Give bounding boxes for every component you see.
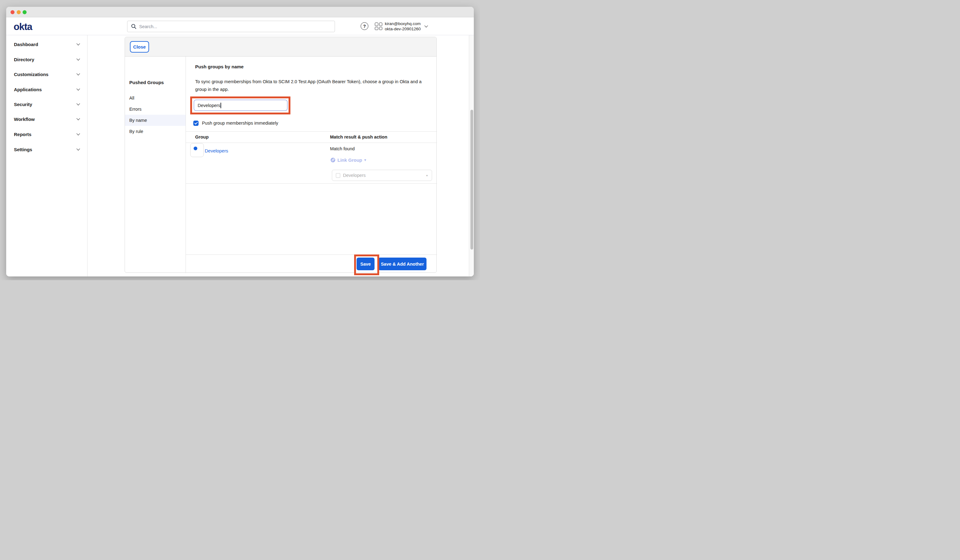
account-email: kiran@boxyhq.com — [385, 21, 421, 26]
sidebar-item-label: Workflow — [14, 117, 35, 122]
push-immediately-checkbox[interactable] — [193, 121, 198, 126]
chevron-down-icon — [77, 57, 80, 60]
group-donut-icon — [194, 147, 197, 150]
window-zoom-icon[interactable] — [22, 10, 27, 14]
push-immediately-row: Push group memberships immediately — [193, 120, 278, 126]
link-group-dropdown-button[interactable]: Link Group — [331, 157, 366, 162]
chevron-down-icon — [425, 24, 428, 27]
account-org: okta-dev-20901260 — [385, 26, 421, 32]
chevron-down-icon — [77, 147, 80, 150]
scrollbar-thumb[interactable] — [470, 110, 473, 250]
column-header-match: Match result & push action — [330, 134, 387, 139]
caret-down-icon — [426, 174, 428, 177]
desktop-background: okta kiran@boxyhq.com okta-dev-20901260 — [0, 0, 480, 280]
content-description: To sync group memberships from Okta to S… — [195, 78, 422, 93]
nav-item-by-name[interactable]: By name — [125, 115, 186, 126]
group-name-value: Developers — [198, 103, 220, 108]
push-groups-dialog: Close Pushed Groups All Errors By name B… — [125, 37, 437, 273]
sidebar-item-directory[interactable]: Directory — [6, 55, 88, 64]
description-line-2: group in the app. — [195, 86, 422, 93]
sidebar-item-label: Directory — [14, 57, 34, 62]
nav-item-errors[interactable]: Errors — [125, 104, 186, 115]
sidebar-item-label: Dashboard — [14, 42, 38, 47]
search-box[interactable] — [127, 21, 335, 32]
sidebar-item-dashboard[interactable]: Dashboard — [6, 40, 88, 49]
push-by-name-content: Push groups by name To sync group member… — [186, 57, 437, 273]
sidebar-item-reports[interactable]: Reports — [6, 130, 88, 139]
group-avatar — [190, 143, 204, 157]
app-body: Dashboard Directory Customizations Appli… — [6, 35, 474, 277]
divider — [186, 183, 437, 184]
dialog-toolbar: Close — [125, 37, 437, 57]
window-titlebar — [6, 7, 474, 17]
window-minimize-icon[interactable] — [17, 10, 21, 14]
chevron-down-icon — [77, 102, 80, 105]
scrollbar-track[interactable] — [469, 35, 474, 277]
save-button[interactable]: Save — [357, 258, 374, 270]
sidebar-item-label: Customizations — [14, 72, 48, 77]
search-icon — [131, 24, 136, 29]
description-line-1: To sync group memberships from Okta to S… — [195, 78, 422, 86]
group-square-icon — [336, 173, 340, 178]
sidebar-item-security[interactable]: Security — [6, 99, 88, 109]
help-icon[interactable] — [361, 22, 368, 30]
sidebar-item-label: Settings — [14, 147, 32, 152]
app-header: okta kiran@boxyhq.com okta-dev-20901260 — [6, 17, 474, 35]
pushed-groups-nav: Pushed Groups All Errors By name By rule — [125, 57, 186, 273]
link-group-label: Link Group — [338, 157, 362, 163]
account-menu[interactable]: kiran@boxyhq.com okta-dev-20901260 — [385, 21, 427, 32]
divider — [186, 142, 437, 143]
divider — [186, 254, 437, 255]
pushed-groups-title: Pushed Groups — [129, 80, 164, 85]
browser-window: okta kiran@boxyhq.com okta-dev-20901260 — [6, 7, 474, 277]
sidebar: Dashboard Directory Customizations Appli… — [6, 35, 88, 277]
chevron-down-icon — [77, 42, 80, 45]
target-group-select[interactable]: Developers — [332, 170, 432, 181]
sidebar-item-customizations[interactable]: Customizations — [6, 70, 88, 79]
apps-grid-icon[interactable] — [375, 22, 382, 30]
save-add-another-button[interactable]: Save & Add Another — [378, 258, 427, 270]
sidebar-item-applications[interactable]: Applications — [6, 85, 88, 94]
window-close-icon[interactable] — [11, 10, 14, 14]
chevron-down-icon — [77, 72, 80, 75]
chevron-down-icon — [77, 132, 80, 135]
search-input[interactable] — [139, 24, 334, 29]
link-icon — [331, 158, 335, 162]
chevron-down-icon — [77, 117, 80, 120]
divider — [186, 131, 437, 132]
sidebar-item-label: Security — [14, 102, 32, 107]
push-immediately-label: Push group memberships immediately — [202, 121, 278, 126]
chevron-down-icon — [77, 87, 80, 90]
sidebar-item-label: Reports — [14, 132, 32, 137]
content-title: Push groups by name — [195, 64, 244, 69]
text-cursor — [221, 102, 221, 108]
match-status: Match found — [330, 146, 355, 151]
column-header-group: Group — [195, 134, 209, 139]
nav-item-by-rule[interactable]: By rule — [125, 126, 186, 137]
sidebar-item-workflow[interactable]: Workflow — [6, 114, 88, 124]
group-name-input[interactable]: Developers — [194, 99, 288, 111]
close-button[interactable]: Close — [130, 41, 149, 53]
okta-logo[interactable]: okta — [14, 21, 32, 32]
sidebar-item-settings[interactable]: Settings — [6, 145, 88, 154]
nav-item-all[interactable]: All — [125, 93, 186, 104]
group-name-link[interactable]: Developers — [205, 148, 228, 154]
caret-down-icon — [364, 158, 366, 162]
sidebar-item-label: Applications — [14, 87, 42, 92]
target-group-value: Developers — [343, 173, 426, 178]
